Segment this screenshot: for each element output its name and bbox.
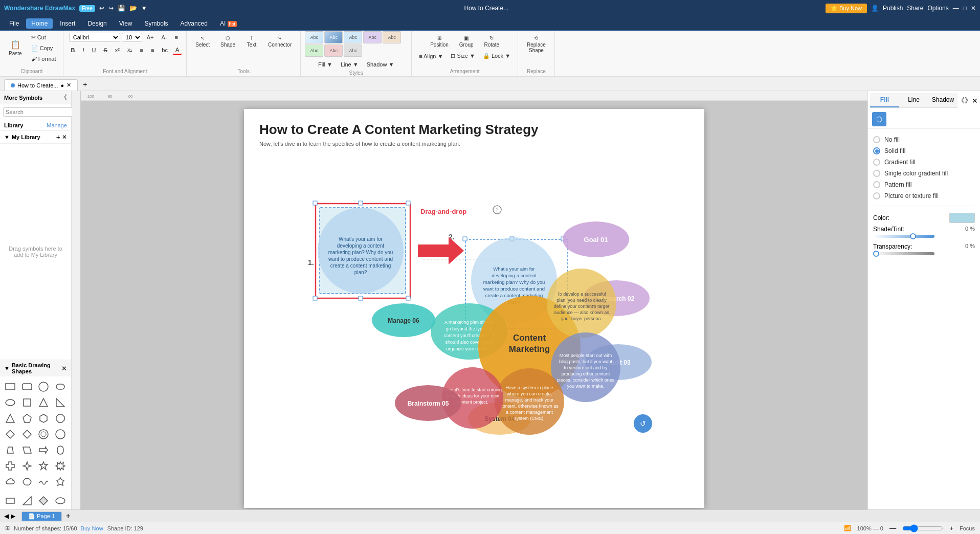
align-button[interactable]: ≡ Align ▼ bbox=[416, 52, 446, 61]
publish-button[interactable]: Publish bbox=[883, 5, 903, 12]
underline-button[interactable]: U bbox=[89, 46, 99, 55]
next-page-button[interactable]: ▶ bbox=[11, 513, 15, 520]
shape-cross[interactable] bbox=[3, 459, 17, 473]
font-highlight-button[interactable]: bc bbox=[159, 46, 171, 55]
font-family-select[interactable]: Calibri bbox=[69, 33, 120, 42]
canvas[interactable]: How to Create A Content Marketing Strate… bbox=[81, 101, 867, 509]
shape-concentric-circle[interactable] bbox=[36, 427, 51, 441]
shape-rounded-star[interactable] bbox=[53, 475, 68, 489]
shape-hexagon[interactable] bbox=[36, 411, 51, 426]
strikethrough-button[interactable]: S bbox=[100, 46, 110, 55]
shape-rounded-diamond[interactable] bbox=[20, 427, 34, 441]
page-tab-1[interactable]: 📄 Page-1 bbox=[21, 511, 62, 521]
shape-rounded-shape[interactable] bbox=[53, 443, 68, 457]
shape-star4[interactable] bbox=[20, 459, 34, 473]
shape-rounded-rect2[interactable] bbox=[53, 380, 68, 394]
shape-right-arrow[interactable] bbox=[36, 443, 51, 457]
add-page-button[interactable]: + bbox=[66, 511, 71, 521]
minimize-button[interactable]: — bbox=[953, 5, 959, 12]
style-swatch-7[interactable]: Abc bbox=[324, 44, 343, 57]
format-painter-button[interactable]: 🖌 Format bbox=[28, 54, 59, 63]
shape-triangle[interactable] bbox=[36, 395, 51, 410]
close-button[interactable]: ✕ bbox=[971, 5, 976, 12]
font-size-select[interactable]: 10 12 14 bbox=[122, 33, 142, 42]
shape-misc3[interactable] bbox=[36, 494, 51, 508]
collapse-panel-button[interactable]: 《 bbox=[61, 93, 67, 102]
shape-rectangle[interactable] bbox=[3, 380, 17, 394]
user-avatar[interactable]: 👤 bbox=[871, 5, 879, 12]
lock-button[interactable]: 🔒 Lock ▼ bbox=[480, 51, 514, 61]
tab-shadow[interactable]: Shadow bbox=[928, 93, 957, 107]
shape-wave[interactable] bbox=[36, 475, 51, 489]
menu-home[interactable]: Home bbox=[26, 18, 53, 29]
tab-close-icon[interactable]: ✕ bbox=[66, 82, 71, 88]
more-icon[interactable]: ▼ bbox=[141, 5, 147, 12]
menu-symbols[interactable]: Symbols bbox=[140, 18, 173, 29]
shape-right-triangle[interactable] bbox=[53, 395, 68, 410]
share-button[interactable]: Share bbox=[907, 5, 923, 12]
italic-button[interactable]: I bbox=[79, 46, 87, 55]
menu-file[interactable]: File bbox=[4, 18, 24, 29]
menu-advanced[interactable]: Advanced bbox=[175, 18, 213, 29]
grid-toggle[interactable]: ⊞ bbox=[5, 525, 10, 531]
select-button[interactable]: ↖ Select bbox=[191, 33, 214, 50]
fill-option-pattern[interactable]: Pattern fill bbox=[873, 179, 975, 190]
shape-diamond[interactable] bbox=[3, 427, 17, 441]
tab-fill[interactable]: Fill bbox=[870, 93, 899, 107]
text-align-button[interactable]: ≡ bbox=[172, 33, 181, 42]
focus-button[interactable]: Focus bbox=[960, 525, 975, 531]
menu-design[interactable]: Design bbox=[82, 18, 112, 29]
copy-button[interactable]: 📄 Copy bbox=[28, 43, 59, 53]
shape-misc4[interactable] bbox=[53, 494, 68, 508]
shape-irregular[interactable] bbox=[20, 475, 34, 489]
font-color-button[interactable]: A bbox=[172, 45, 182, 55]
doc-tab[interactable]: How to Create... ● ✕ bbox=[4, 79, 78, 91]
shape-ellipse[interactable] bbox=[3, 395, 17, 410]
shape-circle2[interactable] bbox=[53, 427, 68, 441]
menu-insert[interactable]: Insert bbox=[55, 18, 80, 29]
close-library-button[interactable]: ✕ bbox=[62, 133, 67, 141]
size-button[interactable]: ⊡ Size ▼ bbox=[448, 51, 478, 61]
shade-thumb[interactable] bbox=[910, 233, 916, 239]
canvas-area[interactable]: -100 -80 -60 How to Create A Content Mar… bbox=[81, 91, 867, 509]
shape-rounded-rect[interactable] bbox=[20, 380, 34, 394]
fill-option-single-gradient[interactable]: Single color gradient fill bbox=[873, 168, 975, 179]
replace-shape-button[interactable]: ⟲ ReplaceShape bbox=[522, 33, 550, 56]
transparency-thumb[interactable] bbox=[873, 251, 879, 257]
color-swatch[interactable] bbox=[949, 213, 975, 223]
shadow-dropdown[interactable]: Shadow ▼ bbox=[364, 60, 397, 69]
undo-icon[interactable]: ↩ bbox=[99, 5, 104, 12]
style-swatch-6[interactable]: Abc bbox=[305, 44, 323, 57]
add-library-button[interactable]: + bbox=[56, 133, 60, 141]
search-input[interactable] bbox=[3, 107, 79, 117]
connector-button[interactable]: ⤷ Connector bbox=[263, 33, 296, 50]
bold-button[interactable]: B bbox=[68, 46, 78, 55]
style-swatch-3[interactable]: Abc bbox=[344, 31, 362, 43]
add-tab-button[interactable]: + bbox=[79, 78, 91, 91]
menu-ai[interactable]: AI hot bbox=[215, 18, 242, 29]
style-swatch-2[interactable]: Abc bbox=[324, 31, 343, 43]
shape-octagon[interactable] bbox=[53, 411, 68, 426]
fill-dropdown[interactable]: Fill ▼ bbox=[315, 60, 336, 69]
bullet-button[interactable]: ≡ bbox=[137, 46, 146, 55]
redo-icon[interactable]: ↪ bbox=[108, 5, 114, 12]
paste-button[interactable]: 📋 Paste bbox=[4, 37, 27, 59]
position-button[interactable]: ⊞ Position bbox=[426, 33, 453, 50]
shape-square[interactable] bbox=[20, 395, 34, 410]
shape-cloud[interactable] bbox=[3, 475, 17, 489]
shape-star5[interactable] bbox=[36, 459, 51, 473]
open-icon[interactable]: 📂 bbox=[129, 5, 137, 12]
font-shrink-button[interactable]: A- bbox=[159, 33, 170, 42]
shape-triangle2[interactable] bbox=[3, 411, 17, 426]
style-swatch-4[interactable]: Abc bbox=[363, 31, 382, 43]
shape-pentagon[interactable] bbox=[20, 411, 34, 426]
shape-parallelogram[interactable] bbox=[20, 443, 34, 457]
numbering-button[interactable]: ≡ bbox=[148, 46, 157, 55]
shape-trapezoid[interactable] bbox=[3, 443, 17, 457]
style-swatch-1[interactable]: Abc bbox=[305, 31, 323, 43]
menu-view[interactable]: View bbox=[114, 18, 138, 29]
superscript-button[interactable]: x² bbox=[112, 46, 123, 55]
shape-button[interactable]: ⬡ Shape bbox=[216, 33, 240, 50]
style-swatch-5[interactable]: Abc bbox=[383, 31, 401, 43]
zoom-in-button[interactable]: + bbox=[949, 524, 953, 532]
